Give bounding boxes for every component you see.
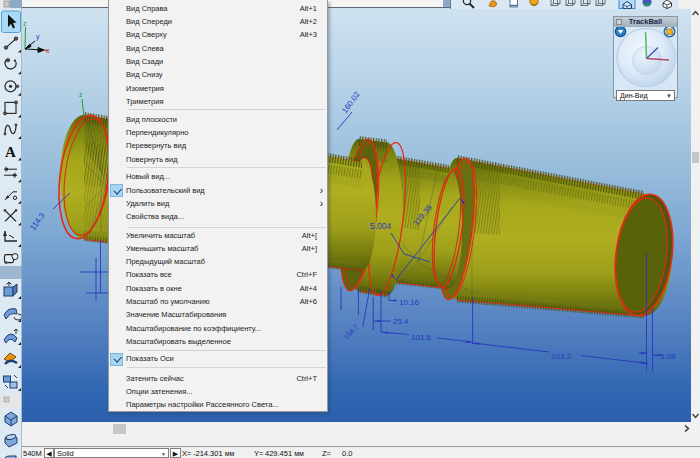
svg-text:114.3: 114.3 xyxy=(28,211,47,233)
svg-text:A: A xyxy=(5,144,16,160)
svg-text:160.02: 160.02 xyxy=(340,89,362,115)
svg-text:158.7: 158.7 xyxy=(343,323,360,341)
svg-text:5.08: 5.08 xyxy=(660,352,676,361)
svg-text:25.4: 25.4 xyxy=(393,317,409,326)
svg-text:101.6: 101.6 xyxy=(411,333,432,342)
svg-text:5.004: 5.004 xyxy=(370,221,392,231)
svg-text:y: y xyxy=(36,33,40,41)
svg-text:z: z xyxy=(23,20,27,27)
svg-text:203.2: 203.2 xyxy=(551,352,572,361)
svg-text:z: z xyxy=(79,91,83,98)
svg-text:10.16: 10.16 xyxy=(399,298,420,307)
